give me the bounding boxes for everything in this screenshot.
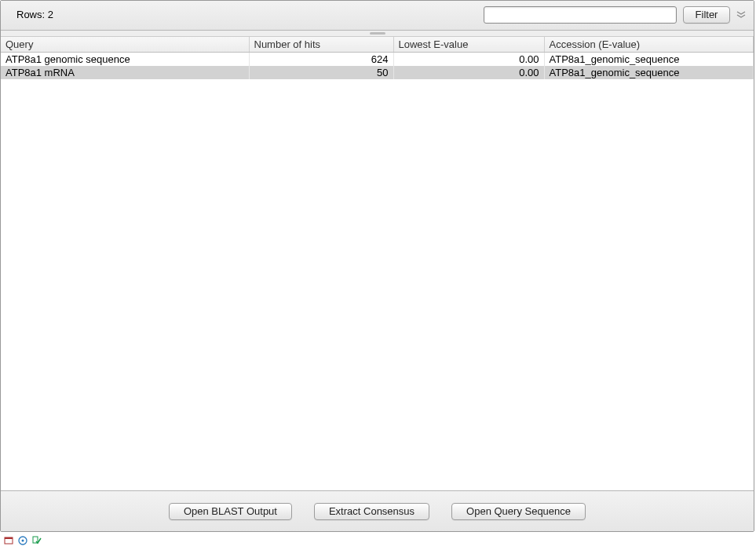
header-hits[interactable]: Number of hits bbox=[249, 37, 393, 53]
results-table: Query Number of hits Lowest E-value Acce… bbox=[1, 37, 754, 79]
open-blast-output-button[interactable]: Open BLAST Output bbox=[169, 503, 292, 520]
svg-rect-1 bbox=[5, 537, 13, 539]
cell-query: ATP8a1 mRNA bbox=[1, 66, 249, 79]
cell-hits: 624 bbox=[249, 53, 393, 67]
header-query[interactable]: Query bbox=[1, 37, 249, 53]
filter-input[interactable] bbox=[484, 6, 677, 24]
cell-accession: ATP8a1_genomic_sequence bbox=[544, 53, 754, 67]
status-bar bbox=[0, 532, 756, 548]
svg-point-3 bbox=[22, 540, 24, 542]
status-icon-3[interactable] bbox=[31, 535, 42, 546]
cell-hits: 50 bbox=[249, 66, 393, 79]
rows-count-label: Rows: 2 bbox=[7, 9, 53, 20]
top-bar: Rows: 2 Filter bbox=[1, 1, 754, 31]
extract-consensus-button[interactable]: Extract Consensus bbox=[314, 503, 429, 520]
cell-evalue: 0.00 bbox=[393, 66, 544, 79]
table-header-row: Query Number of hits Lowest E-value Acce… bbox=[1, 37, 754, 53]
cell-accession: ATP8a1_genomic_sequence bbox=[544, 66, 754, 79]
splitter-grip[interactable] bbox=[1, 31, 754, 37]
open-query-sequence-button[interactable]: Open Query Sequence bbox=[451, 503, 586, 520]
main-panel: Rows: 2 Filter Query Number of hits Lowe… bbox=[0, 0, 754, 532]
status-icon-2[interactable] bbox=[17, 535, 28, 546]
filter-button[interactable]: Filter bbox=[683, 6, 730, 24]
status-icon-1[interactable] bbox=[3, 535, 14, 546]
table-row[interactable]: ATP8a1 mRNA 50 0.00 ATP8a1_genomic_seque… bbox=[1, 66, 754, 79]
bottom-bar: Open BLAST Output Extract Consensus Open… bbox=[1, 490, 754, 531]
table-row[interactable]: ATP8a1 genomic sequence 624 0.00 ATP8a1_… bbox=[1, 53, 754, 67]
cell-query: ATP8a1 genomic sequence bbox=[1, 53, 249, 67]
header-evalue[interactable]: Lowest E-value bbox=[393, 37, 544, 53]
cell-evalue: 0.00 bbox=[393, 53, 544, 67]
menu-dropdown-icon[interactable] bbox=[735, 11, 747, 19]
header-accession[interactable]: Accession (E-value) bbox=[544, 37, 754, 53]
table-area: Query Number of hits Lowest E-value Acce… bbox=[1, 37, 754, 490]
